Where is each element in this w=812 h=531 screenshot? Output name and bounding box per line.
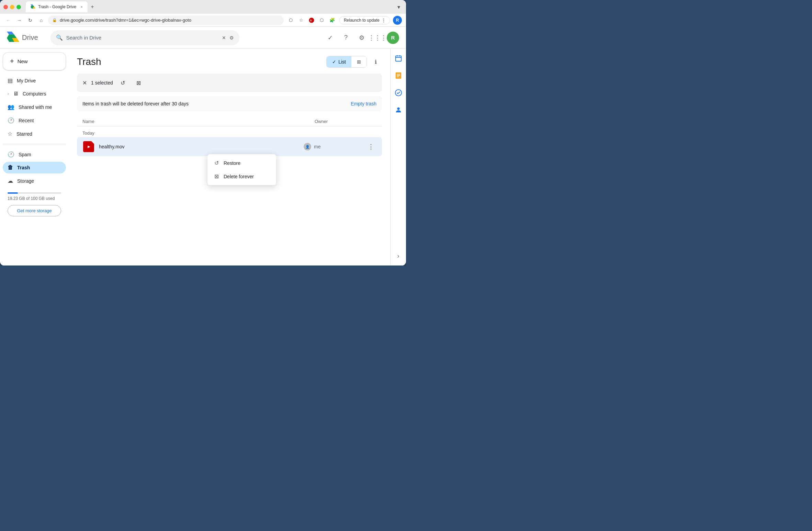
right-calendar-icon[interactable] <box>392 52 405 65</box>
selection-count: 1 selected <box>91 80 113 86</box>
content-area: Trash ✓ List ⊞ ℹ ✕ 1 selec <box>69 49 390 266</box>
restore-label: Restore <box>224 160 240 166</box>
drive-logo-icon <box>7 32 19 44</box>
drive-logo[interactable]: Drive <box>7 32 38 44</box>
storage-bar-fill <box>8 192 18 194</box>
address-field[interactable]: 🔒 drive.google.com/drive/trash?dmr=1&ec=… <box>48 15 284 25</box>
sidebar-item-storage[interactable]: ☁ Storage <box>3 175 66 187</box>
sidebar-divider <box>3 144 66 144</box>
sidebar-item-trash-label: Trash <box>17 165 30 170</box>
computers-expand-icon: › <box>8 91 9 96</box>
cast-button[interactable]: ⬡ <box>286 16 295 25</box>
browser-profile-icon[interactable]: R <box>393 16 402 25</box>
reload-button[interactable]: ↻ <box>26 16 34 24</box>
page-title: Trash <box>77 56 326 67</box>
grid-icon: ⊞ <box>357 59 361 65</box>
svg-point-11 <box>397 108 399 110</box>
extensions-puzzle-button[interactable]: 🧩 <box>328 16 337 25</box>
trash-icon: 🗑 <box>8 165 13 171</box>
minimize-traffic-light[interactable] <box>10 5 14 9</box>
address-actions: ⬡ ☆ S ⬡ 🧩 <box>286 16 337 25</box>
sidebar-item-computers-label: Computers <box>23 91 46 97</box>
owner-avatar: 👤 <box>304 143 311 150</box>
right-notes-icon[interactable] <box>392 69 405 82</box>
help-button[interactable]: ? <box>339 31 352 44</box>
right-expand-icon[interactable]: › <box>392 250 405 262</box>
new-button[interactable]: + New <box>3 52 66 70</box>
column-name-header: Name <box>82 119 315 124</box>
sidebar-item-recent-label: Recent <box>19 118 34 123</box>
apps-button[interactable]: ⋮⋮⋮ <box>371 31 384 44</box>
recent-icon: 🕐 <box>8 117 14 124</box>
sidebar-item-spam[interactable]: 🕐 Spam <box>3 148 66 160</box>
relaunch-label: Relaunch to update <box>344 18 380 23</box>
context-menu-delete-forever[interactable]: ⊠ Delete forever <box>207 170 276 183</box>
file-more-button[interactable]: ⋮ <box>365 141 376 152</box>
search-icon: 🔍 <box>56 34 63 41</box>
computers-icon: 🖥 <box>13 91 19 97</box>
get-storage-button[interactable]: Get more storage <box>8 205 61 216</box>
bookmark-button[interactable]: ☆ <box>297 16 306 25</box>
sidebar-item-computers[interactable]: › 🖥 Computers <box>3 88 66 100</box>
check-icon-button[interactable]: ✓ <box>324 31 337 44</box>
deselect-button[interactable]: ✕ <box>82 80 87 86</box>
profile-avatar[interactable]: R <box>387 32 399 44</box>
search-placeholder-text: Search in Drive <box>66 35 218 41</box>
relaunch-more-icon: ⋮ <box>382 18 386 23</box>
sidebar-item-recent[interactable]: 🕐 Recent <box>3 114 66 126</box>
settings-button[interactable]: ⚙ <box>355 31 368 44</box>
empty-trash-button[interactable]: Empty trash <box>351 101 376 106</box>
maximize-traffic-light[interactable] <box>16 5 21 9</box>
file-name: healthy.mov <box>99 144 304 149</box>
tab-bar: Trash - Google Drive × + ▾ <box>26 1 403 12</box>
home-button[interactable]: ⌂ <box>37 16 45 24</box>
search-bar[interactable]: 🔍 Search in Drive ✕ ⚙ <box>50 30 239 45</box>
file-row-healthy-mov[interactable]: ▶ healthy.mov 👤 me ⋮ <box>77 137 382 156</box>
drive-logo-text: Drive <box>22 34 38 42</box>
tab-favicon-icon <box>31 4 35 9</box>
relaunch-button[interactable]: Relaunch to update ⋮ <box>339 16 390 24</box>
title-bar: Trash - Google Drive × + ▾ <box>0 0 406 14</box>
delete-selection-button[interactable]: ⊠ <box>133 77 145 89</box>
info-button[interactable]: ℹ <box>370 56 382 68</box>
browser-window: Trash - Google Drive × + ▾ ← → ↻ ⌂ 🔒 dri… <box>0 0 406 266</box>
search-filter-button[interactable]: ⚙ <box>229 35 234 41</box>
starred-icon: ☆ <box>8 131 12 137</box>
restore-selection-button[interactable]: ↺ <box>117 77 129 89</box>
sidebar-item-trash[interactable]: 🗑 Trash <box>3 162 66 173</box>
sidebar-item-starred-label: Starred <box>16 131 32 137</box>
file-owner-col: 👤 me <box>304 143 365 150</box>
seo-extension-button[interactable]: S <box>307 16 316 25</box>
tab-close-button[interactable]: × <box>81 5 83 9</box>
new-tab-button[interactable]: + <box>88 2 97 12</box>
forward-button[interactable]: → <box>15 16 23 24</box>
list-view-button[interactable]: ✓ List <box>327 56 351 67</box>
tab-overflow-button[interactable]: ▾ <box>395 3 403 11</box>
active-tab[interactable]: Trash - Google Drive × <box>26 1 88 12</box>
extensions-button[interactable]: ⬡ <box>317 16 326 25</box>
grid-view-button[interactable]: ⊞ <box>351 56 366 67</box>
right-contacts-icon[interactable] <box>392 104 405 116</box>
traffic-lights <box>3 5 21 9</box>
sidebar-item-shared[interactable]: 👥 Shared with me <box>3 101 66 113</box>
file-list-header: Name Owner <box>77 117 382 126</box>
delete-forever-icon: ⊠ <box>214 173 219 180</box>
sidebar-item-starred[interactable]: ☆ Starred <box>3 128 66 140</box>
tab-title: Trash - Google Drive <box>38 4 76 9</box>
delete-forever-label: Delete forever <box>224 174 254 179</box>
sidebar-item-storage-label: Storage <box>17 178 34 184</box>
sidebar: + New ▤ My Drive › 🖥 Computers 👥 Shared … <box>0 49 69 266</box>
search-clear-button[interactable]: ✕ <box>222 35 226 41</box>
sidebar-item-my-drive[interactable]: ▤ My Drive <box>3 75 66 87</box>
app-top-bar: Drive 🔍 Search in Drive ✕ ⚙ ✓ ? ⚙ ⋮⋮⋮ R <box>0 27 406 49</box>
svg-text:S: S <box>310 19 312 22</box>
info-banner: Items in trash will be deleted forever a… <box>77 96 382 111</box>
selection-bar: ✕ 1 selected ↺ ⊠ <box>77 74 382 92</box>
app-content: Drive 🔍 Search in Drive ✕ ⚙ ✓ ? ⚙ ⋮⋮⋮ R … <box>0 27 406 266</box>
right-tasks-icon[interactable] <box>392 87 405 99</box>
close-traffic-light[interactable] <box>3 5 8 9</box>
storage-text: 19.23 GB of 100 GB used <box>8 196 61 202</box>
content-header: Trash ✓ List ⊞ ℹ <box>77 56 382 68</box>
back-button[interactable]: ← <box>4 16 12 24</box>
context-menu-restore[interactable]: ↺ Restore <box>207 156 276 170</box>
